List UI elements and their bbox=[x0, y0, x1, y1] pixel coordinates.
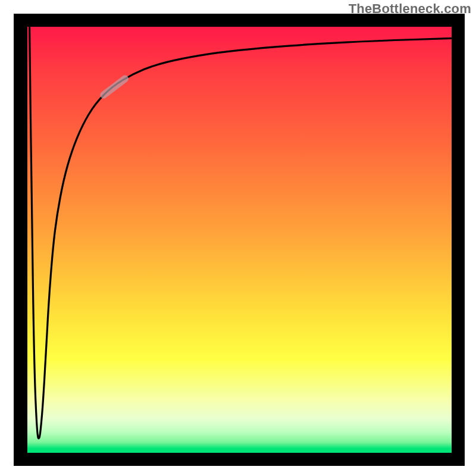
curve-layer bbox=[27, 27, 452, 453]
bottleneck-curve bbox=[30, 27, 452, 439]
highlight-segment bbox=[104, 79, 125, 95]
chart-stage: TheBottleneck.com bbox=[0, 0, 476, 476]
